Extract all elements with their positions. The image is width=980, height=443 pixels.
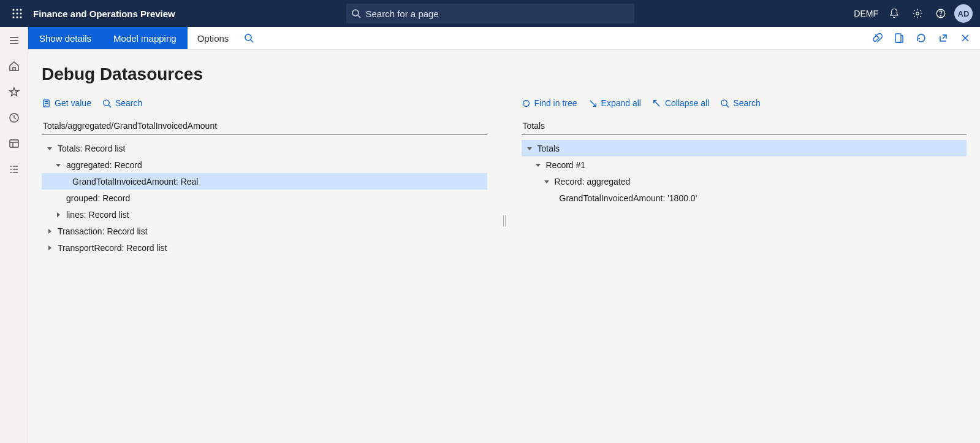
action-search-icon[interactable]	[238, 33, 259, 43]
result-tree-panel: Find in tree Expand all Collapse all	[522, 93, 967, 256]
nav-recent-icon[interactable]	[2, 107, 26, 129]
close-icon[interactable]	[955, 28, 975, 48]
help-icon[interactable]	[931, 4, 951, 23]
header-right: DEMF AD	[854, 4, 973, 23]
svg-line-39	[727, 105, 729, 107]
popout-icon[interactable]	[933, 28, 953, 48]
settings-icon[interactable]	[908, 4, 927, 23]
tree-label: GrandTotalInvoicedAmount: '1800.0'	[560, 193, 697, 203]
tree-label: Totals: Record list	[58, 144, 125, 153]
svg-point-4	[16, 12, 18, 14]
global-search-placeholder: Search for a page	[366, 9, 439, 19]
svg-point-8	[20, 16, 21, 18]
chevron-down-icon[interactable]	[534, 161, 542, 169]
user-avatar[interactable]: AD	[954, 4, 973, 23]
action-model-mapping[interactable]: Model mapping	[102, 27, 188, 49]
tree-label: aggregated: Record	[66, 160, 142, 170]
refresh-icon[interactable]	[911, 28, 931, 48]
svg-point-1	[16, 9, 18, 10]
left-search-button[interactable]: Search	[102, 98, 142, 108]
global-header: Finance and Operations Preview Search fo…	[0, 0, 980, 27]
chevron-down-icon[interactable]	[54, 161, 63, 169]
tree-node-transportrecord[interactable]: TransportRecord: Record list	[42, 239, 487, 256]
svg-line-28	[251, 40, 253, 42]
result-node-amount[interactable]: GrandTotalInvoicedAmount: '1800.0'	[522, 190, 967, 206]
svg-point-27	[245, 34, 251, 40]
left-search-label: Search	[115, 98, 142, 108]
tree-node-totals[interactable]: Totals: Record list	[42, 140, 487, 156]
tree-label: GrandTotalInvoicedAmount: Real	[72, 177, 198, 187]
app-title: Finance and Operations Preview	[33, 9, 175, 19]
global-search[interactable]: Search for a page	[346, 4, 634, 23]
chevron-right-icon[interactable]	[54, 210, 63, 219]
find-in-tree-label: Find in tree	[534, 98, 577, 108]
chevron-right-icon[interactable]	[45, 244, 54, 252]
svg-point-36	[104, 99, 109, 105]
work-area: Show details Model mapping Options Debug…	[28, 27, 980, 443]
tree-node-lines[interactable]: lines: Record list	[42, 206, 487, 223]
collapse-all-label: Collapse all	[665, 98, 709, 108]
nav-rail	[0, 27, 28, 443]
search-icon	[346, 9, 366, 18]
svg-point-2	[20, 9, 21, 10]
svg-point-5	[20, 12, 21, 14]
right-path[interactable]: Totals	[522, 117, 967, 135]
tree-label: Transaction: Record list	[58, 226, 148, 236]
svg-point-9	[352, 10, 359, 16]
collapse-all-button[interactable]: Collapse all	[652, 98, 709, 108]
expand-all-label: Expand all	[601, 98, 641, 108]
svg-point-11	[916, 12, 919, 15]
chevron-down-icon[interactable]	[525, 144, 534, 153]
svg-point-7	[16, 16, 18, 18]
svg-line-37	[108, 105, 111, 107]
svg-rect-29	[895, 34, 901, 42]
result-node-totals[interactable]: Totals	[522, 140, 967, 156]
tree-node-grandtotal[interactable]: GrandTotalInvoicedAmount: Real	[42, 173, 487, 190]
action-options[interactable]: Options	[188, 27, 239, 49]
tree-node-transaction[interactable]: Transaction: Record list	[42, 223, 487, 239]
nav-home-icon[interactable]	[2, 55, 26, 77]
tree-node-grouped[interactable]: grouped: Record	[42, 190, 487, 206]
nav-hamburger-icon[interactable]	[2, 29, 26, 52]
attachments-icon[interactable]	[867, 28, 887, 48]
page-options-icon[interactable]	[889, 28, 909, 48]
notifications-icon[interactable]	[884, 4, 904, 23]
tree-label: grouped: Record	[66, 193, 130, 203]
svg-point-3	[12, 12, 14, 14]
svg-point-0	[12, 9, 14, 10]
tree-node-aggregated[interactable]: aggregated: Record	[42, 156, 487, 173]
get-value-button[interactable]: Get value	[42, 98, 91, 108]
right-search-label: Search	[733, 98, 760, 108]
result-node-aggregated[interactable]: Record: aggregated	[522, 173, 967, 190]
tree-label: Record #1	[546, 160, 586, 170]
left-tree: Totals: Record list aggregated: Record G…	[42, 140, 487, 256]
chevron-right-icon[interactable]	[45, 227, 54, 236]
app-launcher-icon[interactable]	[7, 4, 27, 23]
svg-point-6	[12, 16, 14, 18]
expand-all-button[interactable]: Expand all	[588, 98, 641, 108]
nav-modules-icon[interactable]	[2, 158, 26, 180]
company-code[interactable]: DEMF	[854, 9, 878, 18]
right-search-button[interactable]: Search	[720, 98, 760, 108]
datasource-tree-panel: Get value Search Totals/aggregated/Grand…	[42, 93, 487, 256]
result-node-record1[interactable]: Record #1	[522, 156, 967, 173]
right-tree: Totals Record #1 Record: aggregated	[522, 140, 967, 206]
nav-favorites-icon[interactable]	[2, 81, 26, 103]
find-in-tree-button[interactable]: Find in tree	[522, 98, 577, 108]
chevron-down-icon[interactable]	[45, 144, 54, 153]
action-bar-right	[867, 28, 975, 48]
action-bar: Show details Model mapping Options	[28, 27, 980, 50]
action-show-details[interactable]: Show details	[28, 27, 102, 49]
nav-workspaces-icon[interactable]	[2, 133, 26, 155]
chevron-down-icon[interactable]	[542, 177, 551, 186]
svg-line-10	[358, 15, 360, 18]
svg-point-38	[721, 99, 727, 105]
get-value-label: Get value	[55, 98, 91, 108]
tree-label: lines: Record list	[66, 210, 129, 220]
tree-label: Record: aggregated	[555, 177, 631, 187]
left-path[interactable]: Totals/aggregated/GrandTotalInvoicedAmou…	[42, 117, 487, 135]
panel-splitter[interactable]	[502, 93, 507, 256]
tree-label: Totals	[537, 144, 560, 153]
tree-label: TransportRecord: Record list	[58, 243, 167, 253]
svg-point-13	[940, 15, 941, 16]
